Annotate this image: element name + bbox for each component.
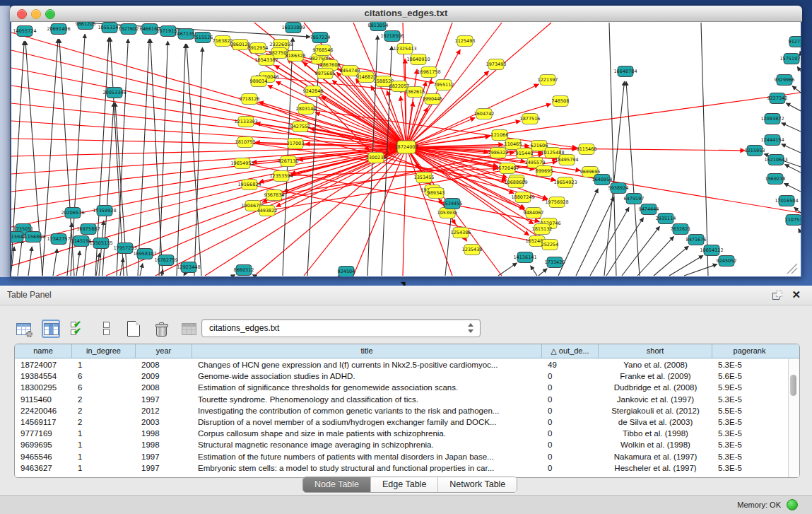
table-cell[interactable]: 5.3E-5	[712, 416, 787, 428]
table-cell[interactable]: 0	[542, 382, 599, 393]
table-cell[interactable]: 5.3E-5	[712, 394, 787, 405]
table-cell[interactable]: 49	[542, 359, 599, 370]
table-row[interactable]: 946362711997Embryonic stem cells: a mode…	[15, 462, 789, 474]
show-columns-button[interactable]	[42, 320, 60, 338]
table-row[interactable]: 969969511998Structural magnetic resonanc…	[15, 439, 789, 450]
table-cell[interactable]: 0	[542, 462, 599, 474]
network-canvas[interactable]: 1872400771638228860128891295423226058982…	[11, 22, 801, 276]
table-cell[interactable]: Hescheler et al. (1997)	[599, 462, 712, 474]
table-cell[interactable]: 14569117	[15, 416, 72, 428]
table-cell[interactable]: Wolkin et al. (1998)	[599, 439, 712, 450]
column-header-name[interactable]: name	[15, 344, 72, 358]
vertical-scrollbar[interactable]	[788, 359, 799, 477]
table-cell[interactable]: 1997	[136, 451, 192, 462]
table-row[interactable]: 946554611997Estimation of the future num…	[15, 451, 789, 462]
table-cell[interactable]: 18300295	[15, 382, 72, 393]
table-cell[interactable]: 2	[72, 405, 136, 416]
table-cell[interactable]: 0	[542, 439, 599, 450]
table-cell[interactable]: 1	[72, 439, 136, 450]
table-cell[interactable]: 2	[72, 394, 136, 405]
table-cell[interactable]: 1	[72, 428, 136, 439]
table-cell[interactable]: 5.3E-5	[712, 439, 787, 450]
table-cell[interactable]: Tibbo et al. (1998)	[599, 428, 712, 439]
table-cell[interactable]: 0	[542, 451, 599, 462]
table-row[interactable]: 1830029562008Estimation of significance …	[15, 382, 789, 393]
float-panel-icon[interactable]	[772, 291, 781, 299]
table-cell[interactable]: 6	[72, 382, 136, 393]
column-header-out_de[interactable]: △ out_de...	[542, 344, 599, 358]
table-cell[interactable]: 19384554	[15, 370, 72, 382]
table-row[interactable]: 977716911998Corpus callosum shape and si…	[15, 428, 789, 439]
column-header-title[interactable]: title	[192, 344, 542, 358]
window-titlebar[interactable]: citations_edges.txt	[10, 6, 802, 22]
table-cell[interactable]: 1	[72, 359, 136, 370]
table-cell[interactable]: 9115460	[15, 394, 72, 405]
table-cell[interactable]: Franke et al. (2009)	[599, 370, 712, 382]
table-row[interactable]: 2242004622012Investigating the contribut…	[15, 405, 789, 416]
table-cell[interactable]: Dudbridge et al. (2008)	[599, 382, 712, 393]
table-cell[interactable]: de Silva et al. (2003)	[599, 416, 712, 428]
column-header-in_degree[interactable]: in_degree	[72, 344, 136, 358]
table-cell[interactable]: 5.9E-5	[712, 382, 787, 393]
table-cell[interactable]: 2003	[136, 416, 192, 428]
table-row[interactable]: 1456911722003Disruption of a novel membe…	[15, 416, 789, 428]
table-cell[interactable]: 6	[72, 370, 136, 382]
table-cell[interactable]: 0	[542, 405, 599, 416]
table-row[interactable]: 911546021997Tourette syndrome. Phenomeno…	[15, 394, 789, 405]
table-cell[interactable]: Disruption of a novel member of a sodium…	[192, 416, 542, 428]
table-cell[interactable]: 1997	[136, 462, 192, 474]
create-column-button[interactable]	[124, 320, 143, 338]
table-cell[interactable]: 9699695	[15, 439, 72, 450]
table-cell[interactable]: 0	[542, 370, 599, 382]
tab-edge-table[interactable]: Edge Table	[371, 477, 438, 492]
table-cell[interactable]: 2008	[136, 359, 192, 370]
table-cell[interactable]: Tourette syndrome. Phenomenology and cla…	[192, 394, 542, 405]
table-cell[interactable]: Nakamura et al. (1997)	[599, 451, 712, 462]
resize-grip[interactable]	[787, 264, 797, 274]
table-cell[interactable]: Changes of HCN gene expression and I(f) …	[192, 359, 542, 370]
table-cell[interactable]: 2009	[136, 370, 192, 382]
table-options-button[interactable]	[14, 320, 33, 338]
table-cell[interactable]: Genome-wide association studies in ADHD.	[192, 370, 542, 382]
table-cell[interactable]: Estimation of significance thresholds fo…	[192, 382, 542, 393]
table-cell[interactable]: Jankovic et al. (1997)	[599, 394, 712, 405]
select-all-columns-button[interactable]: ✔✔	[69, 320, 88, 338]
table-cell[interactable]: Stergiakouli et al. (2012)	[599, 405, 712, 416]
table-cell[interactable]: Investigating the contribution of common…	[192, 405, 542, 416]
table-cell[interactable]: Estimation of the future numbers of pati…	[192, 451, 542, 462]
table-cell[interactable]: 0	[542, 428, 599, 439]
table-cell[interactable]: 5.3E-5	[712, 428, 787, 439]
table-cell[interactable]: Structural magnetic resonance image aver…	[192, 439, 542, 450]
table-cell[interactable]: 5.5E-5	[712, 405, 787, 416]
table-cell[interactable]: 2	[72, 416, 136, 428]
table-cell[interactable]: Embryonic stem cells: a model to study s…	[192, 462, 542, 474]
table-cell[interactable]: 1998	[136, 439, 192, 450]
table-cell[interactable]: 1	[72, 462, 136, 474]
table-cell[interactable]: 2008	[136, 382, 192, 393]
close-panel-icon[interactable]: ✕	[792, 288, 801, 301]
table-cell[interactable]: 0	[542, 394, 599, 405]
column-header-short[interactable]: short	[599, 344, 712, 358]
table-cell[interactable]: 22420046	[15, 405, 72, 416]
tab-node-table[interactable]: Node Table	[303, 477, 371, 492]
table-cell[interactable]: 2012	[136, 405, 192, 416]
table-cell[interactable]: Yano et al. (2008)	[599, 359, 712, 370]
table-cell[interactable]: 1997	[136, 394, 192, 405]
table-row[interactable]: 1872400712008Changes of HCN gene express…	[15, 359, 789, 370]
table-cell[interactable]: 5.6E-5	[712, 370, 787, 382]
column-header-pagerank[interactable]: pagerank	[712, 344, 787, 358]
scrollbar-thumb[interactable]	[790, 375, 796, 396]
table-cell[interactable]: 9777169	[15, 428, 72, 439]
delete-column-button[interactable]	[152, 320, 170, 338]
table-selector-combobox[interactable]: citations_edges.txt	[201, 319, 481, 337]
column-header-year[interactable]: year	[136, 344, 192, 358]
table-cell[interactable]: 5.3E-5	[712, 462, 787, 474]
unselect-all-columns-button[interactable]	[97, 320, 115, 338]
table-cell[interactable]: 5.3E-5	[712, 359, 787, 370]
table-cell[interactable]: Corpus callosum shape and size in male p…	[192, 428, 542, 439]
table-cell[interactable]: 0	[542, 416, 599, 428]
table-row[interactable]: 1938455462009Genome-wide association stu…	[15, 370, 789, 382]
tab-network-table[interactable]: Network Table	[438, 477, 517, 492]
table-cell[interactable]: 5.3E-5	[712, 451, 787, 462]
table-cell[interactable]: 18724007	[15, 359, 72, 370]
